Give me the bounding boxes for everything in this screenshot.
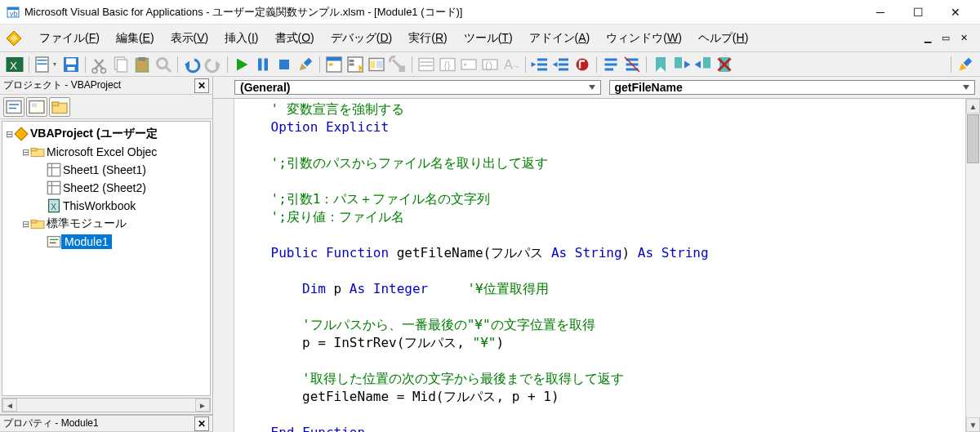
help-button2[interactable] (956, 55, 975, 74)
scroll-down-icon[interactable]: ▼ (966, 417, 980, 432)
copy-button[interactable] (111, 55, 131, 74)
list-constants-button[interactable]: {} (438, 55, 457, 74)
tree-modules-folder[interactable]: 標準モジュール (45, 216, 127, 231)
project-hscroll[interactable]: ◄ ► (2, 398, 211, 412)
quick-info-button[interactable] (459, 55, 479, 74)
mdi-minimize-button[interactable]: ▁ (921, 32, 934, 45)
run-button[interactable] (232, 55, 252, 74)
menu-file[interactable]: ファイル(F) (31, 28, 108, 49)
outdent-button[interactable] (551, 55, 571, 74)
bookmark-button[interactable] (651, 55, 670, 74)
code-editor-wrap: ' 変数宣言を強制する Option Explicit ';引数のパスからファイ… (213, 98, 980, 432)
parameter-info-button[interactable]: () (480, 55, 500, 74)
tree-sheet2[interactable]: Sheet2 (Sheet2) (61, 181, 146, 194)
view-excel-button[interactable]: X (5, 55, 24, 74)
tree-thisworkbook[interactable]: ThisWorkbook (61, 199, 136, 212)
svg-point-19 (158, 58, 167, 68)
properties-panel-header: プロパティ - Module1 ✕ (0, 414, 212, 432)
tree-excel-objects[interactable]: Microsoft Excel Objec (45, 145, 157, 158)
redo-button[interactable] (203, 55, 223, 74)
indent-button[interactable] (530, 55, 550, 74)
view-code-button[interactable] (3, 97, 24, 117)
svg-rect-38 (399, 65, 406, 72)
menu-format[interactable]: 書式(O) (267, 28, 323, 49)
folder-open-icon (30, 217, 45, 230)
procedure-dropdown[interactable]: getFileName (609, 80, 976, 95)
object-dropdown[interactable]: (General) (234, 80, 601, 95)
menu-edit[interactable]: 編集(E) (108, 28, 163, 49)
list-properties-button[interactable] (416, 55, 436, 74)
menu-run[interactable]: 実行(R) (400, 28, 455, 49)
tree-toggle-icon[interactable]: ⊟ (20, 147, 30, 158)
menu-debug[interactable]: デバッグ(D) (323, 28, 400, 49)
properties-panel-close-button[interactable]: ✕ (194, 416, 209, 431)
tree-root-label[interactable]: VBAProject (ユーザー定 (29, 127, 158, 141)
code-vscroll[interactable]: ▲ ▼ (965, 99, 980, 432)
svg-rect-12 (68, 67, 75, 71)
menu-addins[interactable]: アドイン(A) (521, 28, 599, 49)
workbook-icon: X (47, 199, 61, 212)
view-object-button[interactable] (26, 97, 47, 117)
svg-rect-87 (47, 163, 60, 176)
close-button[interactable]: ✕ (944, 3, 967, 21)
svg-rect-96 (31, 220, 37, 223)
project-tree[interactable]: ⊟ VBAProject (ユーザー定 ⊟ Microsoft Excel Ob… (2, 121, 211, 396)
maximize-button[interactable]: ☐ (906, 3, 929, 21)
worksheet-icon (47, 163, 61, 176)
menu-window[interactable]: ウィンドウ(W) (598, 28, 690, 49)
insert-module-button[interactable] (33, 55, 53, 74)
design-mode-button[interactable] (296, 55, 315, 74)
menu-tools[interactable]: ツール(T) (456, 28, 521, 49)
menu-help[interactable]: ヘルプ(H) (690, 28, 756, 49)
svg-rect-83 (52, 102, 59, 106)
svg-rect-39 (419, 58, 434, 70)
svg-text:(): () (485, 58, 492, 70)
svg-text:→: → (511, 61, 520, 71)
mdi-restore-button[interactable]: ▭ (939, 32, 952, 45)
project-panel-close-button[interactable]: ✕ (194, 78, 209, 93)
code-margin[interactable] (213, 99, 234, 432)
save-button[interactable] (61, 55, 81, 74)
breakpoint-button[interactable] (572, 55, 592, 74)
scroll-up-icon[interactable]: ▲ (966, 99, 980, 114)
object-browser-button[interactable] (367, 55, 386, 74)
tree-toggle-icon[interactable]: ⊟ (4, 129, 14, 140)
mdi-close-button[interactable]: ✕ (957, 32, 970, 45)
menu-view[interactable]: 表示(V) (163, 28, 217, 49)
svg-line-20 (166, 67, 171, 72)
cut-button[interactable] (90, 55, 109, 74)
svg-point-45 (464, 63, 466, 65)
tree-toggle-icon[interactable]: ⊟ (20, 219, 30, 229)
code-navigation-bar: (General) getFileName (213, 77, 980, 98)
insert-dropdown-icon[interactable]: ▾ (53, 60, 60, 68)
scroll-right-icon[interactable]: ► (195, 399, 210, 412)
reset-button[interactable] (274, 55, 294, 74)
paste-button[interactable] (132, 55, 152, 74)
prev-bookmark-button[interactable] (693, 55, 713, 74)
tree-module1[interactable]: Module1 (61, 234, 112, 249)
find-button[interactable] (154, 55, 173, 74)
clear-bookmarks-button[interactable] (715, 55, 734, 74)
toolbox-button[interactable] (388, 55, 408, 74)
properties-button[interactable] (345, 55, 365, 74)
svg-rect-31 (329, 63, 333, 65)
scroll-left-icon[interactable]: ◄ (2, 399, 17, 412)
toggle-folders-button[interactable] (49, 97, 70, 117)
project-panel-header: プロジェクト - VBAProject ✕ (0, 77, 212, 95)
code-window: (General) getFileName ' 変数宣言を強制する Option… (212, 77, 980, 432)
scroll-thumb[interactable] (967, 114, 979, 163)
uncomment-block-button[interactable] (622, 55, 642, 74)
comment-block-button[interactable] (601, 55, 621, 74)
undo-button[interactable] (182, 55, 202, 74)
project-explorer-button[interactable] (324, 55, 344, 74)
menu-insert[interactable]: 挿入(I) (216, 28, 266, 49)
break-button[interactable] (253, 55, 273, 74)
svg-rect-44 (461, 60, 476, 69)
tree-sheet1[interactable]: Sheet1 (Sheet1) (61, 163, 146, 176)
code-editor[interactable]: ' 変数宣言を強制する Option Explicit ';引数のパスからファイ… (234, 99, 965, 432)
complete-word-button[interactable]: A→ (501, 55, 521, 74)
mdi-controls: ▁ ▭ ✕ (921, 32, 975, 45)
minimize-button[interactable]: ─ (869, 3, 892, 21)
next-bookmark-button[interactable] (672, 55, 692, 74)
svg-rect-24 (258, 58, 262, 70)
